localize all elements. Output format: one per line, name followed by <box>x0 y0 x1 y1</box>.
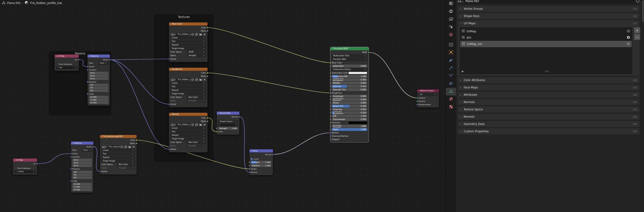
socket-in[interactable] <box>87 81 88 83</box>
slider-strength[interactable]: Strength0.300 <box>251 161 272 164</box>
socket-out[interactable] <box>207 72 208 74</box>
socket-in[interactable] <box>99 171 101 172</box>
dropdown-single-image[interactable]: Single Image <box>170 137 206 140</box>
copy-icon[interactable] <box>195 78 198 81</box>
panel-grip-icon[interactable] <box>633 79 637 81</box>
slider-metallic[interactable]: Metallic0.000 <box>332 82 367 84</box>
socket-in[interactable] <box>330 82 331 84</box>
image-name-field[interactable]: Tire_Rubber_profi... <box>176 33 190 36</box>
node-header[interactable]: ▾Mapping <box>71 141 93 145</box>
panel-header[interactable]: ›Normals <box>458 99 640 105</box>
dropdown-straight[interactable]: Straight <box>187 145 206 147</box>
dropdown-point[interactable]: Point <box>82 149 92 152</box>
vector-field[interactable]: Z0 m <box>89 77 108 80</box>
tab-object-data[interactable] <box>446 88 456 96</box>
socket-in[interactable] <box>330 135 331 137</box>
uv-map-select[interactable]: •× <box>218 123 238 126</box>
dropdown-flat[interactable]: Flat <box>170 130 206 133</box>
color-swatch[interactable] <box>348 72 367 74</box>
tab-object[interactable] <box>446 49 456 57</box>
dropdown-random-walk[interactable]: Random Walk <box>332 58 367 61</box>
dropdown-single-image[interactable]: Single Image <box>170 93 206 95</box>
tab-particles[interactable] <box>446 64 456 72</box>
panel-header[interactable]: ›Custom Properties <box>458 128 640 134</box>
copy-icon[interactable] <box>124 145 128 148</box>
socket-out[interactable] <box>239 116 240 118</box>
slider-specular-tint[interactable]: Specular Tint0.000 <box>332 88 367 91</box>
tab-constraints[interactable] <box>446 80 456 88</box>
image-icon[interactable] <box>170 78 176 81</box>
dropdown-repeat[interactable]: Repeat <box>170 89 206 92</box>
panel-grip-icon[interactable] <box>633 116 637 118</box>
node-header[interactable]: ▾Roughness <box>169 68 208 71</box>
mapping-top[interactable]: ▾MappingVectorType:PointVectorLocation:X… <box>88 54 110 106</box>
socket-in[interactable] <box>330 62 331 64</box>
dropdown-single-image[interactable]: Single Image <box>170 47 206 50</box>
fake-user-shield-icon[interactable] <box>191 33 194 36</box>
dropdown-subsurface-radius[interactable]: Subsurface Radius <box>332 68 367 71</box>
dropdown-multiscatter-ggx[interactable]: Multiscatter GGX <box>332 54 367 57</box>
socket-out[interactable] <box>272 154 274 155</box>
open-folder-icon[interactable] <box>199 33 202 36</box>
panel-header[interactable]: ›Shape Keys <box>458 13 640 19</box>
open-folder-icon[interactable] <box>199 78 202 81</box>
socket-in[interactable] <box>87 69 88 71</box>
uv-map-select[interactable]: •dirt× <box>56 66 77 69</box>
socket-out[interactable] <box>136 139 138 141</box>
dropdown-point[interactable]: Point <box>98 62 108 65</box>
socket-out[interactable] <box>78 59 80 61</box>
datablock-name-field[interactable]: Plane.002 <box>464 0 635 4</box>
socket-in[interactable] <box>330 112 331 114</box>
vector-field[interactable]: Y0 m <box>72 162 92 164</box>
panel-header[interactable]: ›Remesh <box>458 114 640 120</box>
dropdown-straight[interactable]: Straight <box>117 167 135 170</box>
image-name-field[interactable]: Tire_Rubber_profi... <box>176 123 190 126</box>
tab-render[interactable] <box>446 0 456 8</box>
socket-in[interactable] <box>248 168 250 170</box>
socket-in[interactable] <box>330 89 331 91</box>
dropdown-flat[interactable]: Flat <box>170 85 206 88</box>
tex-normal[interactable]: ▾NormalColorAlphaTire_Rubber_profi...Lin… <box>169 113 208 152</box>
uv-map-list-item[interactable]: dirt <box>460 34 632 41</box>
vector-field[interactable]: Z1.000 <box>72 188 92 191</box>
unlink-icon[interactable] <box>203 33 206 36</box>
render-camera-on-icon[interactable] <box>627 36 630 40</box>
scrollbar-thumb[interactable] <box>642 0 644 22</box>
slider-ior[interactable]: IOR1.450 <box>332 115 367 117</box>
image-name-field[interactable]: Tire_texture.png.... <box>108 145 120 148</box>
vector-field[interactable]: X0 m <box>72 159 92 161</box>
unlink-icon[interactable] <box>203 78 206 81</box>
copy-icon[interactable] <box>195 33 198 36</box>
shield-icon[interactable] <box>636 0 640 3</box>
image-icon[interactable] <box>170 123 176 126</box>
node-header[interactable]: ▾Mapping <box>88 54 110 58</box>
uv-map-list-item[interactable]: UVMap_rim <box>460 41 632 47</box>
socket-in[interactable] <box>87 66 88 67</box>
dropdown-straight[interactable]: Straight <box>187 100 206 102</box>
vector-field[interactable]: Y0° <box>89 87 108 89</box>
checkbox-row[interactable]: ✓Invert <box>251 158 272 160</box>
image-name-field[interactable]: Tire_Rubber_profi... <box>176 78 190 81</box>
list-resize-grip[interactable] <box>545 70 549 72</box>
socket-out[interactable] <box>207 27 208 28</box>
node-header[interactable]: ▾Principled BSDF <box>330 47 369 50</box>
socket-in[interactable] <box>216 131 218 132</box>
dropdown-srgb[interactable]: sRGB <box>187 51 206 54</box>
tab-modifiers[interactable] <box>446 57 456 64</box>
dropdown-all[interactable]: All <box>418 93 438 96</box>
socket-in[interactable] <box>330 69 331 70</box>
panel-grip-icon[interactable] <box>633 22 637 24</box>
mapping-bottom[interactable]: ▾MappingVectorType:PointVectorLocation:X… <box>71 141 93 193</box>
add-uv-map-button[interactable]: + <box>634 27 640 33</box>
fake-user-shield-icon[interactable] <box>120 145 123 148</box>
socket-in[interactable] <box>330 76 331 77</box>
material-output[interactable]: ▾Material OutputAllSurfaceVolumeDisplace… <box>417 89 439 107</box>
dropdown-flat[interactable]: Flat <box>170 40 206 43</box>
slider-clearcoat[interactable]: Clearcoat0.000 <box>332 108 367 111</box>
node-header[interactable]: ▾Base Color <box>169 22 208 25</box>
slider-sheen-tint[interactable]: Sheen Tint0.500 <box>332 105 367 107</box>
checkbox[interactable] <box>14 167 16 169</box>
vector-field[interactable]: X0° <box>89 84 108 86</box>
clear-x-icon[interactable]: × <box>75 67 76 69</box>
dropdown-flat[interactable]: Flat <box>102 153 135 155</box>
